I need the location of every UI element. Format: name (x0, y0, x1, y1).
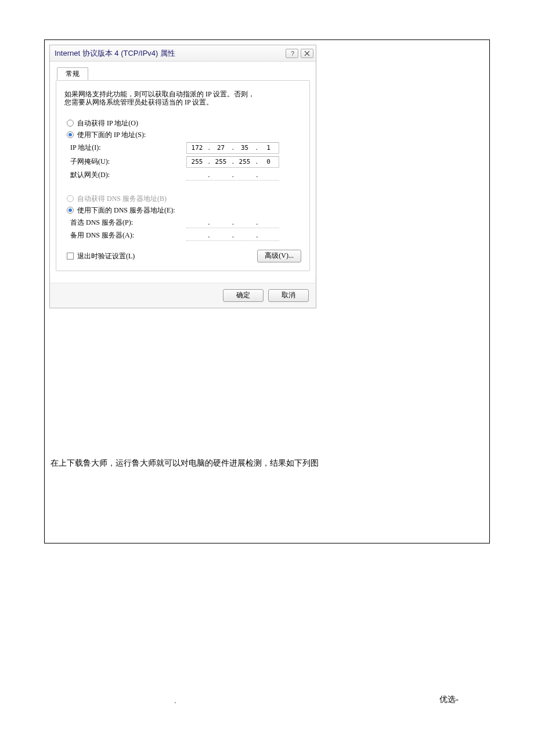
titlebar: Internet 协议版本 4 (TCP/IPv4) 属性 ? (50, 45, 316, 62)
caption-text: 在上下载鲁大师，运行鲁大师就可以对电脑的硬件进展检测，结果如下列图 (50, 458, 484, 469)
mask-oct-4: 0 (258, 158, 279, 165)
tab-pane-general: 如果网络支持此功能，则可以获取自动指派的 IP 设置。否则， 您需要从网络系统管… (56, 80, 310, 271)
radio-use-dns[interactable]: 使用下面的 DNS 服务器地址(E): (64, 206, 301, 215)
subnet-mask-label: 子网掩码(U): (70, 157, 186, 167)
dns1-input[interactable]: . . . (186, 218, 279, 228)
ip-oct-3: 35 (234, 144, 255, 152)
advanced-button[interactable]: 高级(V)... (257, 250, 301, 262)
radio-use-ip[interactable]: 使用下面的 IP 地址(S): (64, 130, 301, 140)
svg-text:?: ? (291, 50, 294, 57)
window-buttons: ? (286, 49, 313, 58)
ip-address-label: IP 地址(I): (70, 143, 186, 153)
hint-line1: 如果网络支持此功能，则可以获取自动指派的 IP 设置。否则， (64, 90, 255, 98)
cancel-button[interactable]: 取消 (268, 289, 309, 302)
ip-oct-2: 27 (211, 144, 231, 152)
dns1-label: 首选 DNS 服务器(P): (70, 218, 186, 228)
radio-auto-ip[interactable]: 自动获得 IP 地址(O) (64, 118, 301, 128)
validate-on-exit-label: 退出时验证设置(L) (77, 251, 135, 261)
radio-icon (67, 195, 74, 202)
gateway-label: 默认网关(D): (70, 170, 186, 180)
dns2-input[interactable]: . . . (186, 231, 279, 241)
help-icon[interactable]: ? (286, 49, 298, 58)
hint-line2: 您需要从网络系统管理员处获得适当的 IP 设置。 (64, 98, 213, 106)
hint-text: 如果网络支持此功能，则可以获取自动指派的 IP 设置。否则， 您需要从网络系统管… (64, 90, 301, 107)
subnet-mask-input[interactable]: 255. 255. 255. 0 (186, 156, 279, 168)
close-icon[interactable] (301, 49, 313, 58)
ipv4-properties-dialog: Internet 协议版本 4 (TCP/IPv4) 属性 ? (49, 45, 316, 308)
dialog-footer: 确定 取消 (50, 283, 316, 308)
ip-oct-4: 1 (258, 144, 279, 152)
ip-address-input[interactable]: 172. 27. 35. 1 (186, 142, 279, 154)
radio-icon (67, 131, 74, 138)
mask-oct-1: 255 (187, 158, 207, 165)
page-dot: . (174, 696, 176, 705)
gateway-input[interactable]: . . . (186, 170, 279, 181)
ok-button[interactable]: 确定 (223, 289, 264, 302)
radio-auto-dns-label: 自动获得 DNS 服务器地址(B) (77, 194, 167, 204)
mask-oct-2: 255 (211, 158, 231, 165)
radio-icon (67, 207, 74, 214)
page-footer-text: 优选- (439, 694, 459, 705)
radio-auto-dns: 自动获得 DNS 服务器地址(B) (64, 194, 301, 204)
mask-oct-3: 255 (234, 158, 255, 165)
radio-icon (67, 120, 74, 127)
ip-oct-1: 172 (187, 144, 207, 152)
tab-general[interactable]: 常规 (57, 67, 88, 80)
radio-use-ip-label: 使用下面的 IP 地址(S): (77, 130, 146, 140)
dialog-title: Internet 协议版本 4 (TCP/IPv4) 属性 (55, 48, 175, 59)
validate-on-exit-checkbox[interactable] (67, 253, 74, 260)
radio-auto-ip-label: 自动获得 IP 地址(O) (77, 118, 138, 128)
dns2-label: 备用 DNS 服务器(A): (70, 231, 186, 240)
radio-use-dns-label: 使用下面的 DNS 服务器地址(E): (77, 206, 175, 215)
